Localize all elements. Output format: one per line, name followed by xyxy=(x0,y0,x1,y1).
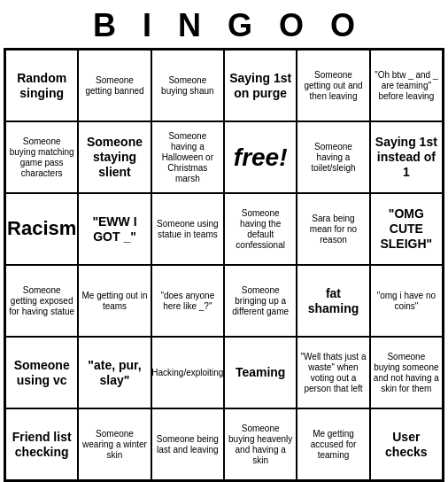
cell-r2-c6: Saying 1st instead of 1 xyxy=(370,121,443,193)
cell-r4-c4: Someone bringing up a different game xyxy=(224,265,297,337)
cell-r5-c5: "Well thats just a waste" when voting ou… xyxy=(297,337,369,408)
cell-r1-c5: Someone getting out and then leaving xyxy=(297,50,369,121)
bingo-grid: Random singingSomeone getting bannedSome… xyxy=(4,48,444,482)
cell-r5-c3: Hacking/exploiting xyxy=(151,337,224,408)
cell-r4-c6: "omg i have no coins" xyxy=(370,265,443,337)
cell-r3-c6: "OMG CUTE SLEIGH" xyxy=(370,193,443,265)
cell-r6-c2: Someone wearing a winter skin xyxy=(78,408,151,480)
cell-r5-c1: Someone using vc xyxy=(5,337,78,408)
cell-r6-c6: User checks xyxy=(370,408,443,480)
cell-r1-c2: Someone getting banned xyxy=(78,50,151,121)
cell-r3-c3: Someone using statue in teams xyxy=(151,193,224,265)
letter-i: I xyxy=(143,7,151,44)
letter-o1: O xyxy=(279,7,304,44)
cell-r5-c2: "ate, pur, slay" xyxy=(78,337,151,408)
cell-r6-c4: Someone buying heavenly and having a ski… xyxy=(224,408,297,480)
cell-r4-c1: Someone getting exposed for having statu… xyxy=(5,265,78,337)
cell-r5-c4: Teaming xyxy=(224,337,297,408)
letter-o2: O xyxy=(330,7,355,44)
cell-r1-c1: Random singing xyxy=(5,50,78,121)
cell-r6-c1: Friend list checking xyxy=(5,408,78,480)
cell-r5-c6: Someone buying someone and not having a … xyxy=(370,337,443,408)
cell-r6-c3: Someone being last and leaving xyxy=(151,408,224,480)
letter-b: B xyxy=(93,7,116,44)
cell-r4-c3: "does anyone here like _?" xyxy=(151,265,224,337)
letter-n: N xyxy=(178,7,201,44)
cell-r1-c6: "Oh btw _ and _ are teaming" before leav… xyxy=(370,50,443,121)
title-row: B I N G O O xyxy=(0,0,448,48)
cell-r1-c4: Saying 1st on purge xyxy=(224,50,297,121)
cell-r6-c5: Me getting accused for teaming xyxy=(297,408,369,480)
cell-r3-c5: Sara being mean for no reason xyxy=(297,193,369,265)
cell-r3-c1: Racism xyxy=(5,193,78,265)
cell-r2-c3: Someone having a Halloween or Christmas … xyxy=(151,121,224,193)
cell-r2-c1: Someone buying matching game pass charac… xyxy=(5,121,78,193)
cell-r2-c4: free! xyxy=(224,121,297,193)
letter-g: G xyxy=(228,7,252,44)
cell-r4-c2: Me getting out in teams xyxy=(78,265,151,337)
cell-r3-c4: Someone having the default confessional xyxy=(224,193,297,265)
cell-r4-c5: fat shaming xyxy=(297,265,369,337)
cell-r1-c3: Someone buying shaun xyxy=(151,50,224,121)
cell-r3-c2: "EWW I GOT _" xyxy=(78,193,151,265)
cell-r2-c5: Someone having a toilet/sleigh xyxy=(297,121,369,193)
cell-r2-c2: Someone staying slient xyxy=(78,121,151,193)
